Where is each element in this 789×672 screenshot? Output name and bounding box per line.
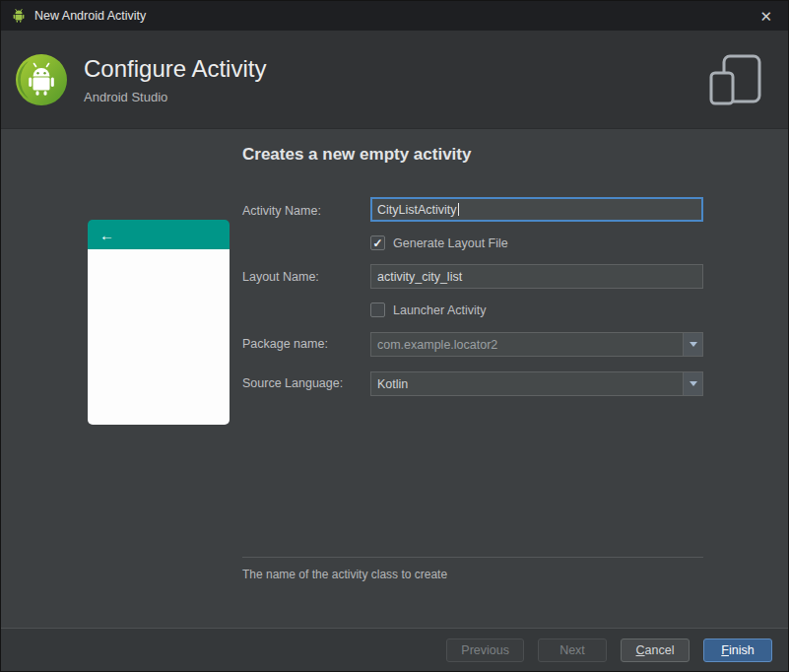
layout-name-input[interactable]: activity_city_list: [370, 264, 703, 289]
android-studio-logo: [15, 53, 68, 106]
source-language-combobox[interactable]: Kotlin: [370, 371, 703, 396]
text-caret: [458, 203, 459, 216]
dropdown-arrow-icon[interactable]: [683, 372, 702, 395]
wizard-subtitle: Android Studio: [84, 90, 266, 104]
package-name-value: com.example.locator2: [377, 338, 497, 352]
helper-separator: [242, 557, 703, 558]
page-title: Creates a new empty activity: [242, 145, 471, 165]
title-bar: New Android Activity ✕: [1, 1, 788, 31]
check-icon: ✓: [372, 237, 382, 249]
generate-layout-checkbox[interactable]: ✓ Generate Layout File: [370, 235, 508, 250]
finish-button[interactable]: Finish: [703, 638, 772, 662]
next-button[interactable]: Next: [538, 638, 607, 662]
previous-button[interactable]: Previous: [446, 638, 524, 662]
wizard-content: Creates a new empty activity ← Activity …: [1, 129, 788, 628]
checkbox-box-icon: ✓: [370, 235, 385, 250]
preview-appbar: ←: [88, 220, 230, 249]
cancel-button[interactable]: Cancel: [621, 638, 690, 662]
activity-name-label: Activity Name:: [242, 204, 321, 218]
phone-tablet-icon: [707, 53, 764, 106]
wizard-step-title: Configure Activity: [84, 55, 266, 83]
close-icon[interactable]: ✕: [754, 7, 778, 26]
checkbox-box-icon: ✓: [370, 302, 385, 317]
package-name-combobox[interactable]: com.example.locator2: [370, 332, 703, 357]
launcher-activity-label: Launcher Activity: [393, 303, 487, 317]
field-helper-text: The name of the activity class to create: [242, 568, 447, 581]
layout-name-value: activity_city_list: [377, 270, 462, 284]
source-language-value: Kotlin: [377, 377, 408, 391]
dropdown-arrow-icon[interactable]: [683, 333, 702, 356]
android-app-icon: [11, 8, 27, 24]
new-android-activity-dialog: New Android Activity ✕: [0, 0, 789, 672]
generate-layout-label: Generate Layout File: [393, 236, 508, 250]
dialog-button-bar: Previous Next Cancel Finish: [1, 628, 788, 671]
banner-text: Configure Activity Android Studio: [84, 55, 266, 104]
back-arrow-icon: ←: [99, 227, 114, 243]
activity-template-preview: ←: [88, 220, 230, 425]
activity-name-value: CityListActivity: [377, 203, 457, 217]
launcher-activity-checkbox[interactable]: ✓ Launcher Activity: [370, 302, 487, 317]
layout-name-label: Layout Name:: [242, 270, 319, 284]
preview-body: [88, 249, 230, 425]
activity-name-input[interactable]: CityListActivity: [370, 197, 703, 222]
wizard-banner: Configure Activity Android Studio: [1, 31, 788, 129]
package-name-label: Package name:: [242, 337, 328, 351]
source-language-label: Source Language:: [242, 376, 343, 390]
window-title: New Android Activity: [34, 9, 146, 23]
